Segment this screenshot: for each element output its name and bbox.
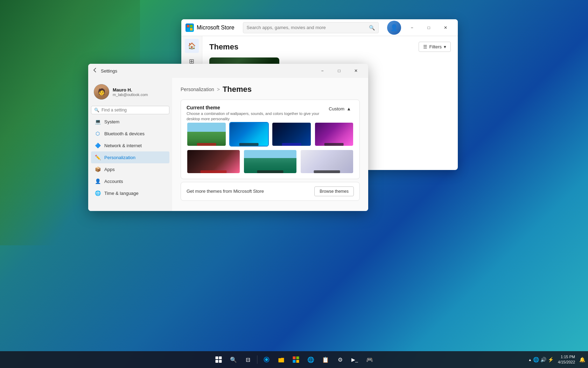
bluetooth-icon: ⬡	[94, 130, 101, 137]
breadcrumb: Personalization > Themes	[181, 85, 360, 94]
sidebar-label-network: Network & internet	[104, 143, 142, 148]
theme-dropdown[interactable]: Custom ▲	[326, 105, 354, 113]
chevron-down-icon: ▾	[444, 44, 446, 49]
system-clock[interactable]: 1:15 PM 4/15/2022	[555, 353, 578, 367]
settings-search-input[interactable]	[102, 108, 166, 113]
theme-thumbnail-3-img	[272, 123, 311, 146]
theme-thumbnails-row2	[187, 149, 354, 174]
current-theme-card: Current theme Choose a combination of wa…	[181, 100, 360, 179]
taskbar-terminal-icon[interactable]: ▶_	[348, 353, 362, 367]
settings-titlebar: Settings − □ ✕	[88, 64, 368, 78]
settings-minimize-button[interactable]: −	[314, 65, 330, 76]
svg-rect-2	[187, 28, 189, 30]
ms-store-search-box[interactable]: 🔍	[243, 22, 379, 33]
theme-thumbnails-row1	[187, 122, 354, 146]
store-nav-home[interactable]: 🏠	[185, 39, 199, 53]
tray-chevron-icon[interactable]: ▲	[528, 358, 532, 362]
sidebar-item-apps[interactable]: 📦 Apps	[91, 163, 169, 175]
taskbar-settings-icon[interactable]: ⚙	[333, 353, 347, 367]
theme-card-header: Current theme Choose a combination of wa…	[187, 105, 354, 122]
settings-body: 🧑 Mauro H. m_lab@outlook.com 🔍 💻 System	[88, 78, 368, 211]
sidebar-item-accounts[interactable]: 👤 Accounts	[91, 175, 169, 187]
settings-sidebar: 🧑 Mauro H. m_lab@outlook.com 🔍 💻 System	[88, 78, 172, 211]
maximize-button[interactable]: □	[421, 22, 437, 33]
sidebar-label-system: System	[104, 119, 119, 124]
breadcrumb-parent[interactable]: Personalization	[181, 87, 214, 92]
store-filters-button[interactable]: ☰ Filters ▾	[419, 42, 451, 52]
svg-rect-8	[296, 360, 299, 363]
search-icon: 🔍	[369, 25, 375, 30]
ms-store-app-icon	[186, 23, 194, 32]
theme-thumbnail-1[interactable]	[187, 122, 226, 146]
taskbar: 🔍 ⊟	[0, 351, 588, 368]
accounts-icon: 👤	[94, 178, 101, 184]
settings-maximize-button[interactable]: □	[331, 65, 347, 76]
breadcrumb-separator: >	[217, 87, 220, 92]
theme-thumbnail-2-img	[230, 123, 268, 146]
theme-thumbnail-4[interactable]	[314, 122, 354, 146]
settings-search-box[interactable]: 🔍	[91, 106, 169, 114]
clock-time: 1:15 PM	[558, 354, 575, 360]
sidebar-item-personalization[interactable]: ✏️ Personalization	[91, 151, 169, 163]
sidebar-label-bluetooth: Bluetooth & devices	[104, 131, 145, 136]
settings-main-content: Personalization > Themes Current theme C…	[172, 78, 368, 211]
back-button[interactable]	[92, 67, 98, 74]
taskbar-store-icon[interactable]	[289, 353, 303, 367]
taskbar-file-explorer-icon[interactable]	[274, 353, 288, 367]
selected-theme-label: Custom	[329, 106, 344, 111]
browse-themes-button[interactable]: Browse themes	[314, 186, 354, 196]
start-button[interactable]	[212, 353, 226, 367]
theme-thumbnail-6-img	[244, 150, 296, 173]
theme-thumbnail-6[interactable]	[243, 149, 297, 174]
svg-rect-7	[293, 360, 296, 363]
user-avatar[interactable]: 👤	[387, 21, 401, 35]
taskbar-taskview-icon[interactable]: ⊟	[241, 353, 255, 367]
theme-thumbnail-2[interactable]	[229, 122, 269, 146]
apps-icon: 📦	[94, 166, 101, 172]
sidebar-item-system[interactable]: 💻 System	[91, 116, 169, 128]
windows-logo-icon	[216, 356, 222, 363]
store-themes-heading: Themes	[209, 42, 238, 52]
theme-thumbnail-4-img	[315, 123, 354, 146]
chevron-up-icon: ▲	[346, 106, 351, 111]
sidebar-item-bluetooth[interactable]: ⬡ Bluetooth & devices	[91, 128, 169, 139]
current-theme-desc: Choose a combination of wallpapers, soun…	[187, 111, 320, 122]
username-label: Mauro H.	[113, 87, 148, 93]
ms-store-title-text: Microsoft Store	[197, 25, 234, 31]
taskbar-notepad-icon[interactable]: 📋	[318, 353, 332, 367]
sidebar-item-network[interactable]: 🔷 Network & internet	[91, 139, 169, 151]
battery-tray-icon[interactable]: ⚡	[548, 357, 554, 362]
theme-taskbar-preview	[324, 143, 344, 146]
breadcrumb-current: Themes	[223, 85, 252, 94]
svg-rect-5	[293, 356, 296, 359]
get-more-themes-text: Get more themes from Microsoft Store	[187, 189, 264, 194]
network-icon: 🔷	[94, 142, 101, 149]
theme-thumbnail-7[interactable]	[300, 149, 354, 174]
user-email-label: m_lab@outlook.com	[113, 93, 148, 97]
taskbar-divider	[257, 355, 258, 364]
time-icon: 🌐	[94, 190, 101, 196]
svg-rect-1	[190, 25, 192, 27]
sidebar-item-time-language[interactable]: 🌐 Time & language	[91, 187, 169, 199]
minimize-button[interactable]: −	[404, 22, 420, 33]
user-profile-section[interactable]: 🧑 Mauro H. m_lab@outlook.com	[91, 81, 169, 103]
volume-tray-icon[interactable]: 🔊	[540, 357, 546, 362]
taskbar-right: ▲ 🌐 🔊 ⚡ 1:15 PM 4/15/2022 🔔	[528, 353, 588, 367]
network-tray-icon[interactable]: 🌐	[533, 357, 539, 362]
theme-thumbnail-3[interactable]	[272, 122, 312, 146]
desktop: Microsoft Store 🔍 👤 − □ ✕ 🏠 ⊞ ＋ Themes	[0, 0, 588, 368]
theme-thumbnail-5[interactable]	[187, 149, 240, 174]
close-button[interactable]: ✕	[438, 22, 454, 33]
taskbar-search-icon[interactable]: 🔍	[226, 353, 240, 367]
notifications-icon[interactable]: 🔔	[579, 357, 585, 362]
current-theme-title: Current theme	[187, 105, 320, 110]
taskbar-browser-icon[interactable]: 🌐	[304, 353, 318, 367]
sidebar-label-personalization: Personalization	[104, 155, 135, 160]
settings-close-button[interactable]: ✕	[348, 65, 364, 76]
ms-store-search-input[interactable]	[247, 25, 366, 30]
settings-title-text: Settings	[101, 68, 117, 74]
user-avatar-large: 🧑	[94, 84, 109, 100]
theme-taskbar-preview	[282, 143, 301, 146]
taskbar-xbox-icon[interactable]: 🎮	[363, 353, 377, 367]
taskbar-edge-icon[interactable]	[260, 353, 274, 367]
